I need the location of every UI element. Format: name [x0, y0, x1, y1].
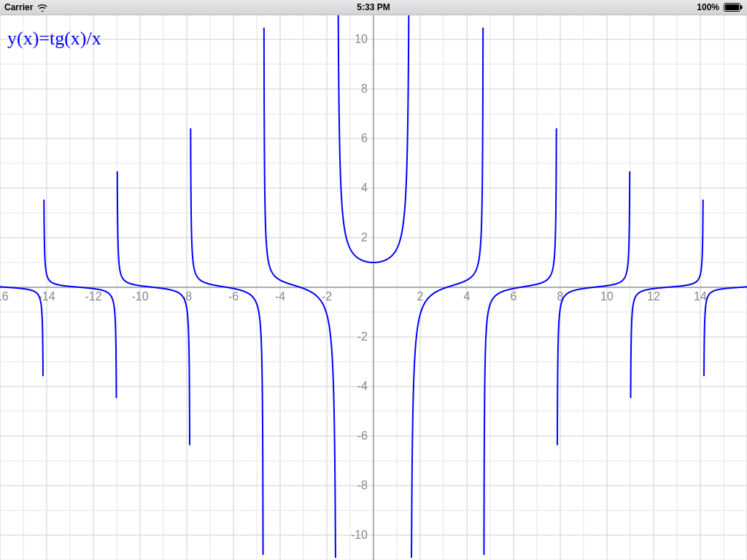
formula-label: y(x)=tg(x)/x: [7, 28, 101, 50]
svg-text:8: 8: [361, 82, 368, 95]
svg-text:10: 10: [355, 33, 368, 45]
svg-text:-8: -8: [357, 479, 368, 491]
svg-text:6: 6: [361, 132, 368, 144]
svg-text:-4: -4: [357, 380, 368, 392]
battery-icon: [724, 3, 743, 12]
graph-area[interactable]: y(x)=tg(x)/x -16-14-12-10-8-6-4-22468101…: [0, 15, 747, 560]
wifi-icon: [37, 3, 47, 12]
svg-text:-16: -16: [0, 290, 9, 303]
svg-rect-2: [740, 6, 743, 9]
svg-text:2: 2: [361, 231, 368, 244]
battery-percent: 100%: [697, 2, 719, 12]
function-plot[interactable]: -16-14-12-10-8-6-4-22468101214-10-8-6-4-…: [0, 15, 747, 560]
svg-text:-4: -4: [275, 290, 285, 303]
svg-text:14: 14: [694, 290, 707, 303]
svg-rect-1: [725, 4, 739, 10]
svg-text:2: 2: [417, 290, 424, 303]
svg-text:-10: -10: [131, 290, 148, 303]
svg-text:-6: -6: [228, 290, 239, 303]
svg-text:-2: -2: [322, 290, 332, 303]
svg-text:12: 12: [647, 290, 660, 303]
svg-text:-10: -10: [351, 529, 368, 541]
svg-text:4: 4: [464, 290, 471, 303]
svg-text:-2: -2: [357, 330, 368, 343]
svg-text:10: 10: [600, 290, 614, 303]
svg-text:4: 4: [361, 182, 368, 194]
svg-text:-12: -12: [85, 290, 101, 303]
svg-text:-6: -6: [357, 429, 368, 442]
svg-text:6: 6: [511, 290, 517, 303]
status-bar: Carrier 5:33 PM 100%: [0, 0, 747, 15]
clock-label: 5:33 PM: [357, 2, 390, 12]
carrier-label: Carrier: [4, 2, 33, 12]
